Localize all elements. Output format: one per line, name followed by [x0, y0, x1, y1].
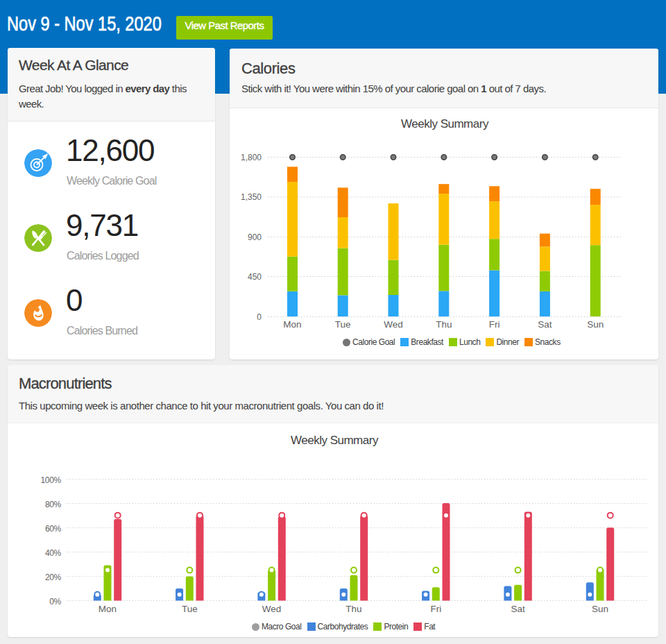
svg-text:Sun: Sun [587, 319, 604, 330]
svg-text:Fri: Fri [489, 319, 500, 330]
svg-text:Sun: Sun [592, 604, 608, 614]
svg-text:Wed: Wed [262, 604, 282, 614]
svg-text:Thu: Thu [436, 319, 452, 330]
svg-text:Wed: Wed [384, 319, 403, 330]
svg-text:80%: 80% [45, 500, 62, 509]
svg-text:0%: 0% [49, 597, 61, 607]
svg-text:Sat: Sat [511, 604, 525, 614]
svg-text:Sat: Sat [538, 319, 552, 330]
svg-text:900: 900 [248, 232, 262, 242]
svg-text:60%: 60% [45, 524, 62, 534]
svg-text:20%: 20% [45, 573, 62, 582]
svg-text:Mon: Mon [99, 604, 117, 614]
svg-text:Mon: Mon [283, 319, 301, 330]
svg-text:Tue: Tue [335, 319, 351, 330]
svg-text:Tue: Tue [182, 604, 198, 614]
svg-text:Thu: Thu [345, 604, 361, 614]
svg-text:40%: 40% [45, 548, 62, 558]
svg-text:1,350: 1,350 [241, 192, 262, 202]
svg-text:Fri: Fri [430, 604, 441, 614]
svg-text:1,800: 1,800 [241, 153, 262, 162]
svg-text:450: 450 [248, 272, 262, 282]
svg-text:0: 0 [257, 312, 262, 322]
svg-text:100%: 100% [41, 475, 62, 485]
